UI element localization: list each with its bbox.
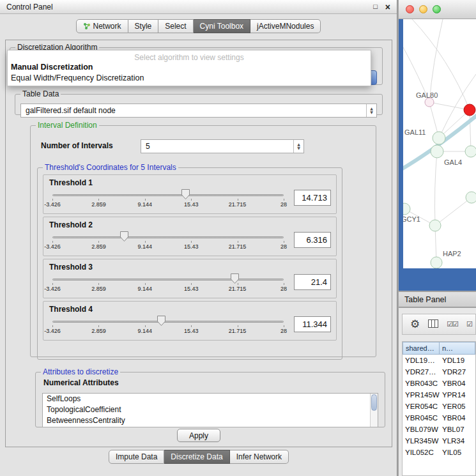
tick-label: 15.43 — [184, 328, 199, 334]
table-row[interactable]: YIL052CYIL05 — [403, 447, 475, 458]
column-header[interactable]: n… — [440, 342, 475, 355]
threshold-value-field[interactable]: 21.4 — [294, 274, 331, 290]
attribute-list-item[interactable]: SelfLoops — [43, 394, 378, 404]
tick-mark — [98, 283, 99, 285]
network-node[interactable] — [466, 192, 476, 203]
slider-thumb[interactable] — [181, 189, 190, 199]
tab-select[interactable]: Select — [158, 19, 193, 33]
network-node[interactable] — [425, 98, 434, 107]
network-node-selected[interactable] — [464, 104, 475, 116]
network-canvas[interactable]: GAL80GAL11GAL4GCY1HAP2 — [403, 19, 476, 268]
network-window-titlebar — [399, 0, 476, 19]
table-cell: YBL07 — [440, 426, 475, 433]
threshold-value-field[interactable]: 11.344 — [294, 316, 331, 332]
network-node[interactable] — [465, 146, 476, 157]
threshold-value-field[interactable]: 14.713 — [294, 190, 331, 206]
network-edge[interactable] — [435, 197, 472, 226]
threshold-slider[interactable]: -3.4262.8599.14415.4321.71528 — [52, 273, 284, 297]
tick-label: 15.43 — [184, 243, 199, 250]
tab-jactivemnodules[interactable]: jActiveMNodules — [250, 19, 321, 33]
column-header[interactable]: shared… — [403, 342, 440, 355]
slider-thumb[interactable] — [157, 316, 165, 326]
dropdown-option-equal-width-frequency[interactable]: Equal Width/Frequency Discretization — [8, 72, 371, 83]
settings-gear-icon[interactable]: ⚙ — [410, 319, 420, 330]
select-rows-icon[interactable]: ☑ — [466, 321, 472, 328]
number-of-intervals-combobox[interactable]: 5 ▲ ▼ — [141, 139, 304, 153]
threshold-block-1: Threshold 1-3.4262.8599.14415.4321.71528… — [43, 174, 337, 214]
tab-style[interactable]: Style — [128, 19, 159, 33]
threshold-slider[interactable]: -3.4262.8599.14415.4321.71528 — [52, 315, 284, 339]
table-row[interactable]: YER054CYER05 — [403, 401, 475, 412]
tab-discretize-data[interactable]: Discretize Data — [164, 450, 229, 464]
tab-label: Network — [93, 22, 121, 31]
network-node[interactable] — [433, 132, 445, 144]
arrow-down-icon: ▼ — [297, 146, 300, 150]
select-columns-icon[interactable]: ☑☑ — [447, 321, 458, 328]
table-row[interactable]: YDL19…YDL19 — [403, 355, 475, 366]
table-row[interactable]: YBR043CYBR04 — [403, 378, 475, 389]
tick-mark — [191, 241, 192, 243]
threshold-slider[interactable]: -3.4262.8599.14415.4321.71528 — [52, 188, 284, 213]
tick-mark — [191, 283, 192, 285]
tab-label: Discretize Data — [171, 452, 222, 461]
network-edge[interactable] — [429, 19, 443, 102]
tab-cyni-toolbox[interactable]: Cyni Toolbox — [194, 19, 250, 33]
tick-label: 9.144 — [138, 243, 153, 250]
slider-track[interactable] — [52, 279, 284, 280]
slider-track[interactable] — [52, 321, 284, 323]
table-row[interactable]: YBR045CYBR04 — [403, 412, 475, 424]
network-node[interactable] — [429, 220, 441, 231]
tab-label: Infer Network — [236, 452, 282, 461]
slider-thumb[interactable] — [120, 231, 128, 242]
network-graph: GAL80GAL11GAL4GCY1HAP2 — [403, 19, 476, 268]
tab-infer-network[interactable]: Infer Network — [230, 450, 289, 464]
threshold-value-field[interactable]: 6.316 — [294, 232, 331, 248]
threshold-label: Threshold 3 — [49, 263, 93, 272]
tick-mark — [145, 199, 146, 201]
table-row[interactable]: YPR145WYPR14 — [403, 389, 475, 401]
network-edge[interactable] — [470, 110, 471, 151]
list-scrollbar[interactable] — [370, 394, 378, 427]
table-cell: YER05 — [440, 403, 475, 410]
close-window-icon[interactable]: × — [385, 3, 390, 12]
tick-mark — [284, 325, 284, 327]
slider-track[interactable] — [52, 236, 284, 238]
numerical-attributes-label: Numerical Attributes — [43, 378, 385, 387]
columns-icon[interactable] — [428, 319, 438, 330]
table-cell: YBL079W — [403, 426, 440, 433]
combobox-stepper-icon[interactable]: ▲ ▼ — [366, 104, 376, 117]
numerical-attributes-list[interactable]: SelfLoopsTopologicalCoefficientBetweenne… — [42, 393, 378, 427]
dropdown-option-manual-discretization[interactable]: Manual Discretization — [8, 61, 371, 72]
network-node[interactable] — [431, 257, 442, 268]
table-row[interactable]: YBL079WYBL07 — [403, 424, 475, 435]
list-scrollbar-thumb[interactable] — [371, 394, 377, 411]
network-edge[interactable] — [434, 151, 437, 226]
tick-label: 28 — [280, 201, 287, 208]
table-cell: YDL19… — [403, 357, 440, 364]
mac-close-button[interactable] — [406, 5, 414, 13]
tick-mark — [98, 241, 99, 243]
bottom-tab-bar: Impute DataDiscretize DataInfer Network — [0, 450, 397, 464]
network-node[interactable] — [403, 203, 410, 215]
tab-network[interactable]: Network — [76, 19, 128, 33]
tab-impute-data[interactable]: Impute Data — [109, 450, 164, 464]
attribute-list-item[interactable]: BetweennessCentrality — [43, 415, 378, 426]
control-panel-window: Control Panel □ × NetworkStyleSelectCyni… — [0, 0, 397, 476]
thresholds-group-title: Threshold's Coordinates for 5 Intervals — [43, 163, 178, 172]
slider-track[interactable] — [52, 194, 284, 196]
network-edge[interactable] — [429, 102, 470, 110]
threshold-block-4: Threshold 4-3.4262.8599.14415.4321.71528… — [43, 301, 337, 341]
table-row[interactable]: YLR345WYLR34 — [403, 435, 475, 447]
network-node[interactable] — [431, 145, 443, 158]
attribute-list-item[interactable]: TopologicalCoefficient — [43, 404, 378, 415]
threshold-slider[interactable]: -3.4262.8599.14415.4321.71528 — [52, 231, 284, 255]
combobox-stepper-icon[interactable]: ▲ ▼ — [293, 140, 303, 153]
table-data-combobox[interactable]: galFiltered.sif default node ▲ ▼ — [20, 104, 377, 118]
table-row[interactable]: YDR27…YDR27 — [403, 366, 475, 378]
slider-thumb[interactable] — [231, 273, 239, 284]
mac-zoom-button[interactable] — [433, 5, 441, 13]
float-window-icon[interactable]: □ — [373, 3, 378, 10]
apply-button[interactable]: Apply — [177, 429, 220, 442]
mac-minimize-button[interactable] — [419, 5, 427, 13]
table-cell: YIL052C — [403, 449, 440, 456]
